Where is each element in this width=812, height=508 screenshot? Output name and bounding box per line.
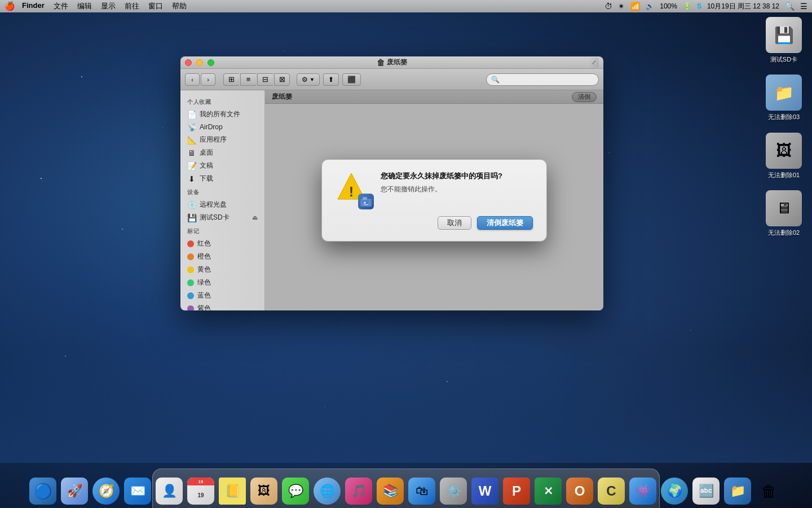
menubar-view[interactable]: 显示 <box>101 1 116 11</box>
dock-trash[interactable]: 🗑 <box>754 476 784 506</box>
sidebar-section-tags: 标记 <box>180 224 264 237</box>
finder-window: 🗑 废纸篓 ⤢ ‹ › ⊞ ≡ ⊟ ⊠ ⚙▼ ⬆ ⬛ 🔍 <box>180 56 603 310</box>
menubar-help[interactable]: 帮助 <box>172 1 187 11</box>
wifi-icon[interactable]: 📶 <box>630 2 640 11</box>
svg-rect-2 <box>360 199 372 207</box>
dock-finder2[interactable]: 📁 <box>723 476 752 506</box>
tag-blue-dot <box>187 292 194 299</box>
sidebar-item-all-files[interactable]: 📄 我的所有文件 <box>180 108 264 121</box>
menubar-right: ⏱ ✴ 📶 🔊 100% 🔋 S 10月19日 周三 12 38 12 🔍 ☰ <box>604 2 807 11</box>
empty-trash-dialog: ! <box>321 159 547 242</box>
sidebar-tag-purple[interactable]: 紫色 <box>180 302 264 310</box>
search-box[interactable]: 🔍 <box>486 73 599 86</box>
skype-icon[interactable]: S <box>697 2 701 10</box>
fullscreen-button[interactable]: ⤢ <box>589 58 599 68</box>
sidebar-item-applications[interactable]: 📐 应用程序 <box>180 133 264 146</box>
desktop-icon-folder02[interactable]: 🖥 无法删除02 <box>761 190 806 237</box>
menubar-items: Finder 文件 编辑 显示 前往 窗口 帮助 <box>22 1 604 11</box>
dialog-icon: ! <box>336 171 372 207</box>
sidebar-tag-yellow[interactable]: 黄色 <box>180 263 264 276</box>
finder-toolbar: ‹ › ⊞ ≡ ⊟ ⊠ ⚙▼ ⬆ ⬛ 🔍 <box>180 69 603 90</box>
sidebar-tag-blue[interactable]: 蓝色 <box>180 289 264 302</box>
dock-launchpad[interactable]: 🚀 <box>60 476 89 506</box>
volume-icon[interactable]: 🔊 <box>646 2 654 10</box>
spotlight-icon[interactable]: 🔍 <box>785 2 795 11</box>
tag-yellow-dot <box>187 266 194 273</box>
maximize-button[interactable] <box>208 59 214 66</box>
apple-menu[interactable]: 🍎 <box>5 1 15 11</box>
arrange-button[interactable]: ⚙▼ <box>297 73 320 86</box>
back-button[interactable]: ‹ <box>185 73 200 86</box>
dock-wps-x[interactable]: ✕ <box>533 476 563 506</box>
eject-button[interactable]: ⏏ <box>252 214 258 221</box>
coverflow-view-button[interactable]: ⊠ <box>274 73 290 86</box>
dock-cyber[interactable]: C <box>597 476 626 506</box>
sidebar-section-devices: 设备 <box>180 185 264 198</box>
dock-contacts[interactable]: 👤 <box>155 476 184 506</box>
sidebar-tag-green[interactable]: 绿色 <box>180 276 264 289</box>
dialog-buttons: 取消 清倒废纸篓 <box>336 216 533 230</box>
sidebar-item-remote-disc[interactable]: 💿 远程光盘 <box>180 198 264 211</box>
desktop-icons-container: 💾 测试SD卡 📁 无法删除03 🖼 无法删除01 🖥 无法删除02 <box>761 17 806 237</box>
dock-language[interactable]: 🔤 <box>691 476 721 506</box>
dock-qq[interactable]: 👾 <box>628 476 657 506</box>
action-button[interactable]: ⬛ <box>342 73 361 86</box>
battery-percent: 100% <box>660 2 677 10</box>
dock-browser[interactable]: 🌐 <box>312 476 342 506</box>
menubar-edit[interactable]: 编辑 <box>77 1 92 11</box>
desktop-icon-folder03-label: 无法删除03 <box>768 113 800 121</box>
svg-text:!: ! <box>349 184 354 199</box>
list-view-button[interactable]: ≡ <box>240 73 256 86</box>
bluetooth-icon[interactable]: ✴ <box>618 2 625 11</box>
confirm-button[interactable]: 清倒废纸篓 <box>477 216 533 230</box>
notification-icon[interactable]: ☰ <box>800 2 807 11</box>
time-machine-icon[interactable]: ⏱ <box>604 2 612 11</box>
dock-safari[interactable]: 🧭 <box>91 476 121 506</box>
desktop-icon-folder03[interactable]: 📁 无法删除03 <box>761 75 806 121</box>
battery-icon[interactable]: 🔋 <box>683 2 691 10</box>
icon-view-button[interactable]: ⊞ <box>223 73 239 86</box>
menubar: 🍎 Finder 文件 编辑 显示 前往 窗口 帮助 ⏱ ✴ 📶 🔊 100% … <box>0 0 812 12</box>
dock-internet[interactable]: 🌍 <box>660 476 689 506</box>
sidebar-item-documents[interactable]: 📝 文稿 <box>180 159 264 172</box>
forward-button[interactable]: › <box>201 73 215 86</box>
desktop-icon-sd[interactable]: 💾 测试SD卡 <box>761 17 806 63</box>
minimize-button[interactable] <box>196 59 203 66</box>
window-title: 🗑 废纸篓 <box>377 58 407 67</box>
dock-wps-p[interactable]: P <box>502 476 531 506</box>
downloads-icon: ⬇ <box>187 174 196 183</box>
menubar-window[interactable]: 窗口 <box>148 1 163 11</box>
column-view-button[interactable]: ⊟ <box>257 73 273 86</box>
datetime: 10月19日 周三 12 38 12 <box>707 2 779 11</box>
tag-green-dot <box>187 279 194 286</box>
sidebar-tag-orange[interactable]: 橙色 <box>180 250 264 263</box>
menubar-finder[interactable]: Finder <box>22 1 45 11</box>
dock-sysprefs[interactable]: ⚙️ <box>439 476 468 506</box>
dock-calendar[interactable]: 19 19 <box>186 476 215 506</box>
dock-appstore[interactable]: 🛍 <box>407 476 436 506</box>
dialog-subtitle: 您不能撤销此操作。 <box>381 185 502 194</box>
menubar-go[interactable]: 前往 <box>125 1 139 11</box>
close-button[interactable] <box>185 59 192 66</box>
sidebar-item-sd-card[interactable]: 💾 测试SD卡 ⏏ <box>180 211 264 224</box>
tag-orange-dot <box>187 253 194 260</box>
desktop-icon-folder01[interactable]: 🖼 无法删除01 <box>761 133 806 179</box>
sidebar-item-desktop[interactable]: 🖥 桌面 <box>180 146 264 159</box>
dock-finder[interactable]: 🔵 <box>28 476 58 506</box>
sidebar-item-airdrop[interactable]: 📡 AirDrop <box>180 121 264 133</box>
menubar-file[interactable]: 文件 <box>54 1 68 11</box>
dialog-title: 您确定要永久抹掉废纸篓中的项目吗? <box>381 171 502 181</box>
dock-omni[interactable]: O <box>565 476 594 506</box>
dock-ibooks[interactable]: 📚 <box>376 476 405 506</box>
dock-itunes[interactable]: 🎵 <box>344 476 373 506</box>
cancel-button[interactable]: 取消 <box>438 216 471 230</box>
dock-wps-w[interactable]: W <box>470 476 500 506</box>
dock-messages[interactable]: 💬 <box>281 476 310 506</box>
sidebar-item-downloads[interactable]: ⬇ 下载 <box>180 172 264 185</box>
finder-titlebar: 🗑 废纸篓 ⤢ <box>180 56 603 69</box>
sidebar-tag-red[interactable]: 红色 <box>180 237 264 250</box>
dock-mail[interactable]: ✉️ <box>123 476 152 506</box>
dock-photos[interactable]: 🖼 <box>249 476 279 506</box>
share-button[interactable]: ⬆ <box>323 73 339 86</box>
dock-stickies[interactable]: 📒 <box>218 476 247 506</box>
